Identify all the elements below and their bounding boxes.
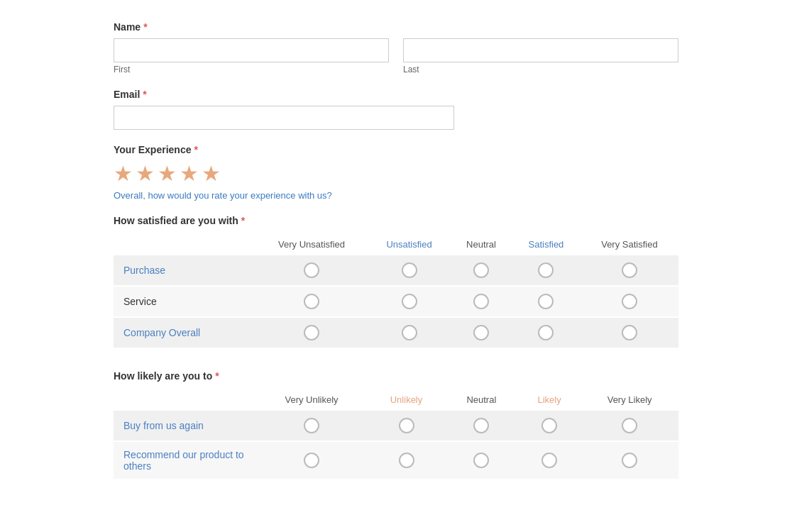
- satisfaction-label: How satisfied are you with *: [114, 215, 678, 226]
- email-input[interactable]: [114, 106, 454, 130]
- star-5[interactable]: ★: [202, 161, 221, 186]
- satisfaction-required-star: *: [241, 215, 245, 226]
- star-1[interactable]: ★: [114, 161, 133, 186]
- likely-row-1-label: Recommend our product to others: [123, 449, 244, 472]
- satisfaction-row-0-col-1[interactable]: [402, 262, 417, 278]
- form-container: Name * First Last Email * Your Experienc…: [0, 0, 792, 532]
- name-label: Name *: [114, 21, 678, 33]
- likely-col-header-4: Likely: [518, 389, 581, 411]
- likely-row-0-col-2[interactable]: [473, 418, 489, 433]
- satisfaction-row-1-col-3[interactable]: [538, 294, 554, 309]
- satisfaction-col-header-1: Very Unsatisfied: [255, 233, 368, 255]
- first-name-input[interactable]: [114, 38, 389, 62]
- name-field-group: Name * First Last: [114, 21, 678, 74]
- likely-row-1-col-1[interactable]: [399, 453, 414, 468]
- satisfaction-section: How satisfied are you with * Very Unsati…: [114, 215, 678, 349]
- table-row: Recommend our product to others: [114, 441, 678, 480]
- last-name-sublabel: Last: [403, 65, 678, 74]
- star-4[interactable]: ★: [180, 161, 199, 186]
- satisfaction-row-1-col-2[interactable]: [473, 294, 489, 309]
- star-2[interactable]: ★: [136, 161, 155, 186]
- satisfaction-row-2-col-1[interactable]: [402, 325, 417, 340]
- email-required-star: *: [143, 89, 146, 100]
- satisfaction-row-0-col-2[interactable]: [473, 262, 489, 278]
- satisfaction-row-2-col-0[interactable]: [304, 325, 319, 340]
- name-inputs-row: First Last: [114, 38, 678, 74]
- name-required-star: *: [143, 21, 147, 33]
- likely-label-text: How likely are you to: [114, 370, 212, 382]
- likely-row-0-col-1[interactable]: [399, 418, 414, 433]
- satisfaction-row-0-col-3[interactable]: [538, 262, 554, 278]
- experience-label: Your Experience *: [114, 144, 678, 155]
- likely-col-header-5: Very Likely: [581, 389, 678, 411]
- first-name-wrap: First: [114, 38, 389, 74]
- last-name-input[interactable]: [403, 38, 678, 62]
- experience-label-text: Your Experience: [114, 144, 191, 155]
- likely-row-0-label: Buy from us again: [123, 420, 204, 431]
- satisfaction-row-2-col-2[interactable]: [473, 325, 489, 340]
- likely-row-0-col-0[interactable]: [304, 418, 319, 433]
- likely-col-header-1: Very Unlikely: [255, 389, 368, 411]
- satisfaction-table: Very Unsatisfied Unsatisfied Neutral Sat…: [114, 233, 678, 349]
- satisfaction-row-0-col-0[interactable]: [304, 262, 319, 278]
- likely-required-star: *: [215, 370, 219, 382]
- satisfaction-col-header-4: Satisfied: [512, 233, 581, 255]
- likely-section: How likely are you to * Very Unlikely Un…: [114, 370, 678, 480]
- likely-row-0-col-4[interactable]: [622, 418, 637, 433]
- satisfaction-row-2-label: Company Overall: [123, 327, 200, 338]
- satisfaction-row-1-col-4[interactable]: [622, 294, 637, 309]
- experience-required-star: *: [194, 144, 197, 155]
- first-name-sublabel: First: [114, 65, 389, 74]
- satisfaction-col-header-5: Very Satisfied: [581, 233, 678, 255]
- satisfaction-row-1-label: Service: [123, 296, 157, 307]
- name-label-text: Name: [114, 21, 141, 33]
- email-field-group: Email *: [114, 89, 678, 130]
- stars-row: ★ ★ ★ ★ ★: [114, 161, 678, 186]
- likely-col-header-0: [114, 389, 255, 411]
- likely-label: How likely are you to *: [114, 370, 678, 382]
- experience-field-group: Your Experience * ★ ★ ★ ★ ★ Overall, how…: [114, 144, 678, 201]
- email-label: Email *: [114, 89, 678, 100]
- star-3[interactable]: ★: [158, 161, 177, 186]
- table-row: Purchase: [114, 255, 678, 286]
- experience-hint: Overall, how would you rate your experie…: [114, 190, 678, 201]
- likely-row-0-col-3[interactable]: [541, 418, 557, 433]
- likely-row-1-col-2[interactable]: [473, 453, 489, 468]
- last-name-wrap: Last: [403, 38, 678, 74]
- likely-row-1-col-3[interactable]: [541, 453, 557, 468]
- satisfaction-row-0-col-4[interactable]: [622, 262, 637, 278]
- likely-col-header-2: Unlikely: [368, 389, 445, 411]
- email-label-text: Email: [114, 89, 140, 100]
- likely-table: Very Unlikely Unlikely Neutral Likely Ve…: [114, 389, 678, 480]
- satisfaction-col-header-3: Neutral: [451, 233, 512, 255]
- likely-row-1-col-0[interactable]: [304, 453, 319, 468]
- table-row: Buy from us again: [114, 411, 678, 441]
- satisfaction-col-header-0: [114, 233, 255, 255]
- satisfaction-col-header-2: Unsatisfied: [368, 233, 451, 255]
- satisfaction-label-text: How satisfied are you with: [114, 215, 238, 226]
- likely-row-1-col-4[interactable]: [622, 453, 637, 468]
- satisfaction-row-1-col-0[interactable]: [304, 294, 319, 309]
- likely-col-header-3: Neutral: [445, 389, 518, 411]
- satisfaction-row-0-label: Purchase: [123, 265, 165, 276]
- table-row: Service: [114, 286, 678, 317]
- satisfaction-row-2-col-3[interactable]: [538, 325, 554, 340]
- satisfaction-row-1-col-1[interactable]: [402, 294, 417, 309]
- table-row: Company Overall: [114, 317, 678, 348]
- satisfaction-row-2-col-4[interactable]: [622, 325, 637, 340]
